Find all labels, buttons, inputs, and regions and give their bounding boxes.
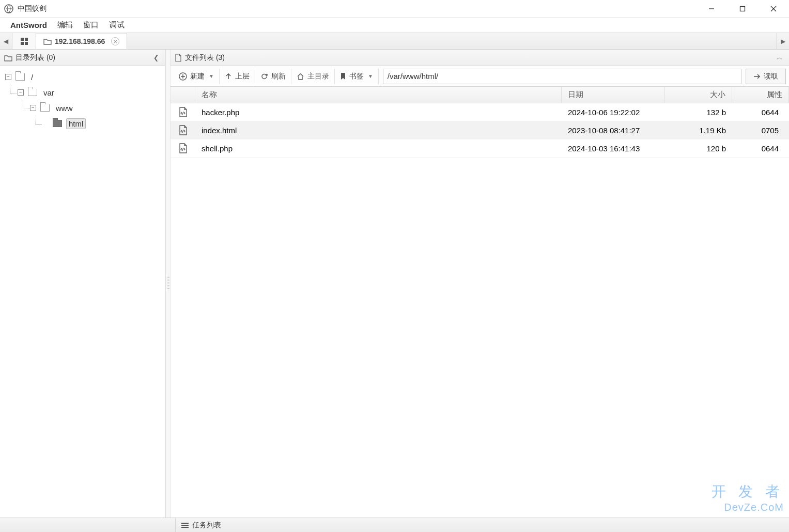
window-title: 中国蚁剑	[18, 4, 696, 13]
file-date: 2024-10-06 19:22:02	[562, 108, 665, 117]
tab-home[interactable]	[12, 33, 36, 49]
home-label: 主目录	[307, 72, 329, 81]
file-panel-title: 文件列表 (3)	[185, 53, 225, 62]
tab-close-icon[interactable]: ×	[111, 37, 119, 45]
file-panel: 文件列表 (3) ︿ 新建 ▼ 上层 刷新 主目录	[171, 50, 789, 518]
tree-collapse-icon[interactable]: −	[5, 74, 11, 80]
close-button[interactable]	[758, 0, 789, 17]
file-toolbar: 新建 ▼ 上层 刷新 主目录 书签 ▼ 读取	[171, 66, 789, 87]
tree-label: /	[29, 72, 35, 82]
up-button[interactable]: 上层	[220, 69, 255, 84]
file-size: 120 b	[665, 144, 732, 153]
file-table: 名称 日期 大小 属性 hacker.php2024-10-06 19:22:0…	[171, 87, 789, 518]
bookmark-label: 书签	[349, 72, 364, 81]
file-name: index.html	[195, 126, 562, 135]
caret-down-icon: ▼	[209, 73, 214, 79]
collapse-up-icon[interactable]: ︿	[775, 53, 785, 62]
tab-scroll-right[interactable]: ▶	[777, 33, 789, 49]
bottom-bar-left	[0, 518, 176, 532]
file-icon	[175, 54, 182, 62]
menu-debug[interactable]: 调试	[104, 18, 130, 33]
file-date: 2023-10-08 08:41:27	[562, 126, 665, 135]
tree-node-root[interactable]: − /	[5, 69, 163, 85]
folder-solid-icon	[53, 120, 62, 127]
tab-filemanager[interactable]: 192.168.198.66 ×	[36, 33, 127, 49]
home-button[interactable]: 主目录	[291, 69, 335, 84]
tab-strip: ◀ 192.168.198.66 × ▶	[0, 33, 789, 50]
svg-rect-2	[740, 6, 745, 11]
new-button[interactable]: 新建 ▼	[174, 69, 220, 84]
tree-collapse-icon[interactable]: −	[18, 89, 24, 96]
task-list-header[interactable]: 任务列表	[176, 521, 789, 530]
tree-collapse-icon[interactable]: −	[30, 105, 36, 111]
folder-icon	[4, 54, 12, 61]
file-type-icon	[171, 107, 195, 117]
refresh-icon	[260, 72, 268, 80]
path-input[interactable]	[383, 69, 741, 84]
directory-panel-header: 目录列表 (0) ❮	[0, 50, 165, 66]
up-label: 上层	[235, 72, 250, 81]
col-name-header[interactable]: 名称	[195, 87, 562, 103]
file-attr: 0644	[732, 108, 789, 117]
svg-rect-7	[21, 42, 24, 45]
svg-rect-5	[21, 38, 24, 41]
bookmark-button[interactable]: 书签 ▼	[335, 69, 379, 84]
new-label: 新建	[190, 72, 205, 81]
tree-node-www[interactable]: − www	[30, 100, 163, 116]
file-type-icon	[171, 143, 195, 153]
file-type-icon	[171, 125, 195, 135]
col-date-header[interactable]: 日期	[562, 87, 665, 103]
file-row[interactable]: hacker.php2024-10-06 19:22:02132 b0644	[171, 103, 789, 121]
maximize-button[interactable]	[727, 0, 758, 17]
read-button[interactable]: 读取	[746, 69, 786, 84]
task-list-label: 任务列表	[192, 521, 221, 530]
collapse-left-icon[interactable]: ❮	[151, 54, 161, 61]
plus-circle-icon	[179, 72, 187, 81]
file-panel-header: 文件列表 (3) ︿	[171, 50, 789, 66]
file-size: 132 b	[665, 108, 732, 117]
folder-open-icon	[40, 104, 50, 112]
tree-node-html[interactable]: html	[42, 116, 163, 131]
col-icon-header[interactable]	[171, 87, 195, 103]
folder-open-icon	[16, 73, 25, 81]
minimize-button[interactable]	[696, 0, 727, 17]
bookmark-icon	[340, 72, 346, 80]
arrow-up-icon	[225, 73, 232, 80]
directory-panel-title: 目录列表 (0)	[16, 53, 55, 62]
svg-rect-6	[25, 38, 28, 41]
menu-edit[interactable]: 编辑	[52, 18, 78, 33]
tab-ip-label: 192.168.198.66	[55, 37, 105, 45]
menu-bar: AntSword 编辑 窗口 调试	[0, 18, 789, 33]
file-attr: 0705	[732, 126, 789, 135]
list-icon	[181, 522, 189, 528]
window-titlebar: 中国蚁剑	[0, 0, 789, 18]
home-icon	[297, 73, 304, 80]
app-icon	[4, 4, 13, 13]
col-size-header[interactable]: 大小	[665, 87, 732, 103]
file-size: 1.19 Kb	[665, 126, 732, 135]
directory-tree: − / − var	[0, 66, 165, 518]
arrow-right-icon	[753, 73, 761, 80]
vertical-splitter[interactable]	[165, 50, 171, 518]
menu-antsword[interactable]: AntSword	[5, 18, 52, 33]
tree-label: html	[66, 118, 86, 129]
file-row[interactable]: index.html2023-10-08 08:41:271.19 Kb0705	[171, 121, 789, 139]
read-label: 读取	[764, 72, 778, 81]
folder-icon	[43, 38, 52, 45]
tree-label: www	[54, 103, 75, 113]
bottom-bar: 任务列表	[0, 518, 789, 532]
file-row[interactable]: shell.php2024-10-03 16:41:43120 b0644	[171, 139, 789, 158]
tree-node-var[interactable]: − var	[18, 85, 163, 100]
tab-scroll-left[interactable]: ◀	[0, 33, 12, 49]
file-table-header: 名称 日期 大小 属性	[171, 87, 789, 103]
file-name: hacker.php	[195, 108, 562, 117]
folder-open-icon	[28, 89, 37, 96]
col-attr-header[interactable]: 属性	[732, 87, 789, 103]
refresh-button[interactable]: 刷新	[255, 69, 291, 84]
file-date: 2024-10-03 16:41:43	[562, 144, 665, 153]
menu-window[interactable]: 窗口	[78, 18, 104, 33]
file-name: shell.php	[195, 144, 562, 153]
tree-leaf-icon	[42, 120, 49, 127]
file-attr: 0644	[732, 144, 789, 153]
caret-down-icon: ▼	[368, 73, 373, 79]
